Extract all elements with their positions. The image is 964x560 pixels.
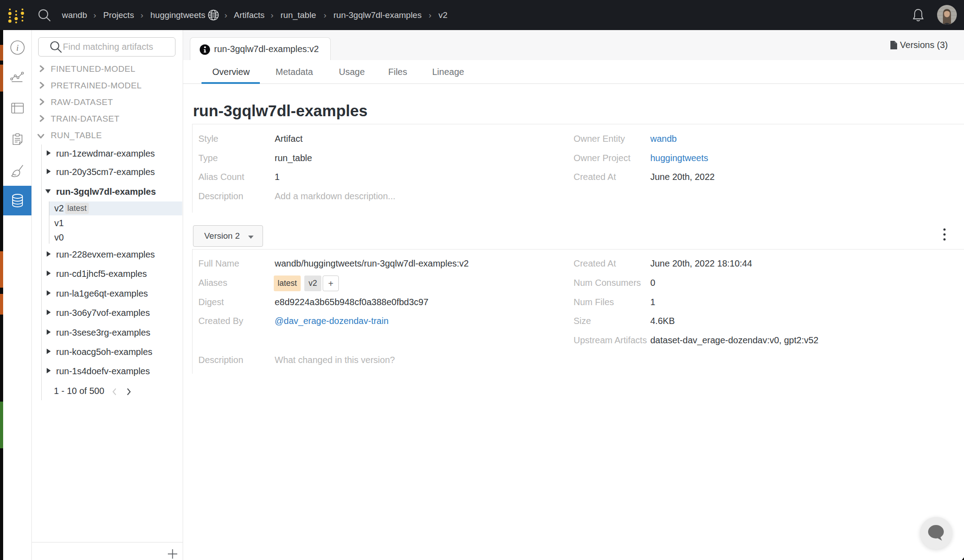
svg-text:i: i <box>16 43 18 52</box>
